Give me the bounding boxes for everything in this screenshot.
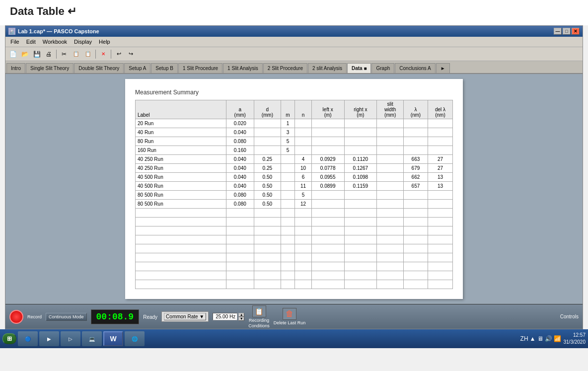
tab-next[interactable]: ► (436, 63, 450, 73)
undo-button[interactable]: ↩ (113, 49, 124, 60)
cell-value (377, 209, 404, 218)
cell-value (311, 262, 344, 271)
hz-up-button[interactable]: ▲ (238, 313, 244, 317)
menu-help[interactable]: Help (96, 38, 113, 46)
cell-value (226, 271, 254, 280)
tab-single-slit-theory[interactable]: Single Slit Theory (26, 63, 74, 73)
cell-value (226, 244, 254, 253)
save-button[interactable]: 💾 (31, 49, 42, 60)
cell-value: 0.50 (254, 200, 281, 209)
cell-value: 0.040 (226, 182, 254, 191)
cell-value (403, 119, 428, 128)
cell-value (295, 137, 311, 146)
toolbar-separator-1 (56, 50, 57, 59)
cell-value: 0.0929 (311, 155, 344, 164)
tab-2-slit-procedure[interactable]: 2 Slit Procedure (263, 63, 307, 73)
taskbar-btn-2[interactable]: ▶ (39, 331, 59, 346)
redo-button[interactable]: ↪ (125, 49, 136, 60)
cell-label: 40 Run (136, 128, 226, 137)
cell-value (295, 280, 311, 289)
table-row: 40 250 Run0.0400.2540.09290.112066327 (136, 155, 453, 164)
common-rate-dropdown[interactable]: Common Rate ▼ (164, 313, 206, 320)
taskbar-btn-1[interactable]: 🔵 (18, 331, 38, 346)
cell-value (428, 191, 452, 200)
table-row: 40 500 Run0.0400.5060.09550.109866213 (136, 173, 453, 182)
cell-value (295, 226, 311, 235)
cell-value (311, 235, 344, 244)
delete-last-run-button[interactable]: 🗑 Delete Last Run (274, 308, 306, 325)
tab-setup-b[interactable]: Setup B (151, 63, 178, 73)
cell-value (403, 271, 428, 280)
cell-value: 3 (281, 128, 295, 137)
menu-display[interactable]: Display (71, 38, 95, 46)
taskbar-btn-4[interactable]: 💻 (82, 331, 102, 346)
copy-button[interactable]: 📋 (71, 49, 81, 60)
tab-intro[interactable]: Intro (6, 63, 25, 73)
toolbar-x-button[interactable]: ✕ (98, 49, 109, 60)
continuous-mode-button[interactable]: Continuous Mode (46, 313, 87, 321)
cell-label (136, 218, 226, 226)
cell-value: 0.0955 (311, 173, 344, 182)
cell-value: 0.1098 (344, 173, 377, 182)
hz-input[interactable]: 25.00 Hz (213, 313, 237, 320)
menu-workbook[interactable]: Workbook (40, 38, 70, 46)
cell-value: 0.080 (226, 137, 254, 146)
taskbar-btn-3[interactable]: ▷ (61, 331, 80, 346)
controls-bar: Record Continuous Mode 00:08.9 Ready Com… (5, 304, 583, 329)
tab-2-slit-analysis[interactable]: 2 slit Analysis (308, 63, 347, 73)
cell-value: 27 (428, 155, 452, 164)
cell-label: 40 250 Run (136, 164, 226, 173)
close-button[interactable]: ✕ (572, 28, 580, 35)
tab-setup-a[interactable]: Setup A (124, 63, 150, 73)
minimize-button[interactable]: — (554, 28, 562, 35)
titlebar-buttons: — □ ✕ (554, 28, 580, 35)
cell-value (428, 226, 452, 235)
table-row (136, 209, 453, 218)
cell-value: 0.0899 (311, 182, 344, 191)
open-button[interactable]: 📂 (19, 49, 30, 60)
cell-label: 20 Run (136, 119, 226, 128)
tab-1-slit-analysis[interactable]: 1 Slit Analysis (223, 63, 263, 73)
restore-button[interactable]: □ (563, 28, 571, 35)
cell-value (403, 218, 428, 226)
taskbar-chrome-btn[interactable]: 🌐 (125, 331, 145, 346)
cell-value: 5 (281, 137, 295, 146)
cell-value (428, 119, 452, 128)
continuous-mode-label: Continuous Mode (49, 314, 84, 319)
print-button[interactable]: 🖨 (43, 49, 54, 60)
menu-file[interactable]: File (7, 38, 22, 46)
cell-value (377, 155, 404, 164)
tab-graph[interactable]: Graph (371, 63, 394, 73)
cell-label (136, 209, 226, 218)
tab-data[interactable]: Data ■ (347, 63, 371, 74)
tab-double-slit-theory[interactable]: Double Slit Theory (74, 63, 124, 73)
page-title: Data Table ↵ (10, 5, 578, 18)
new-button[interactable]: 📄 (7, 49, 18, 60)
taskbar-word-button[interactable]: W (103, 331, 123, 346)
chrome-icon: 🌐 (132, 336, 138, 342)
start-button[interactable]: ⊞ (2, 333, 16, 344)
cell-value (311, 253, 344, 262)
paste-button[interactable]: 📋 (82, 49, 93, 60)
record-button[interactable] (9, 310, 23, 324)
cell-value (403, 226, 428, 235)
tab-conclusions-a[interactable]: Conclusions A (395, 63, 435, 73)
cut-button[interactable]: ✂ (59, 49, 70, 60)
cell-value (344, 244, 377, 253)
cell-value (281, 244, 295, 253)
titlebar-left: 🔬 Lab 1.cap* — PASCO Capstone (8, 28, 99, 35)
hz-down-button[interactable]: ▼ (238, 317, 244, 321)
cell-value (377, 119, 404, 128)
menubar: File Edit Workbook Display Help (5, 37, 583, 47)
cell-value (281, 191, 295, 200)
menu-edit[interactable]: Edit (23, 38, 39, 46)
cell-value: 0.25 (254, 155, 281, 164)
tab-1-slit-procedure[interactable]: 1 Slit Procedure (178, 63, 222, 73)
cell-value (377, 280, 404, 289)
cell-value: 27 (428, 164, 452, 173)
cell-value: 679 (403, 164, 428, 173)
cell-value (226, 209, 254, 218)
table-row: 20 Run0.0201 (136, 119, 453, 128)
col-header-a: a(mm) (226, 100, 254, 119)
recording-conditions-button[interactable]: 📋 Recording Conditions (248, 305, 270, 328)
